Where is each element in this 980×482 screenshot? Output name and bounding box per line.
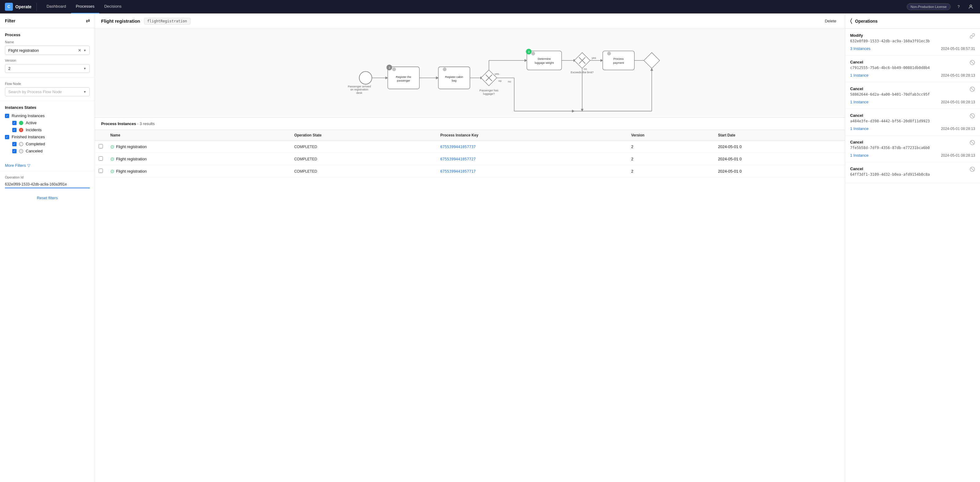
svg-line-58 — [971, 88, 974, 91]
user-button[interactable] — [967, 2, 975, 11]
svg-text:Register cabin: Register cabin — [445, 75, 463, 78]
active-checkbox[interactable]: ✓ — [12, 121, 16, 125]
svg-point-48 — [607, 51, 611, 55]
flow-node-section: Flow Node Search by Process Flow Node ▼ — [0, 78, 95, 101]
op-id-label: Operation Id — [5, 176, 90, 179]
row-version-1: 2 — [627, 153, 714, 165]
op-date-1: 2024-05-01 08:28:13 — [941, 73, 975, 78]
process-section: Process Name Flight registration ✕ ▼ Ver… — [0, 28, 95, 78]
op-type-1: Cancel — [850, 60, 930, 64]
op-instance-link-2[interactable]: 1 Instance — [850, 100, 869, 104]
more-filters-button[interactable]: More Filters ▽ — [0, 160, 95, 171]
op-instance-link-1[interactable]: 1 Instance — [850, 73, 869, 78]
results-count: - 3 results — [137, 121, 155, 126]
incidents-checkbox[interactable]: ✓ — [12, 128, 16, 132]
finished-instances-item: ✓ Finished Instances — [5, 135, 90, 139]
license-badge[interactable]: Non-Production License — [907, 3, 951, 10]
filter-title: Filter — [5, 18, 15, 23]
op-instance-link-0[interactable]: 3 Instances — [850, 46, 871, 51]
filter-header: Filter ⇄ — [0, 13, 95, 28]
row-version-2: 2 — [627, 165, 714, 177]
svg-text:yes: yes — [495, 72, 500, 75]
svg-point-33 — [531, 51, 535, 55]
delete-button[interactable]: Delete — [822, 18, 839, 24]
op-action-icon-3[interactable] — [970, 113, 975, 120]
operations-panel: 〈 Operations Modify 632e0f89-1533-42db-a… — [845, 13, 980, 482]
active-state-item: ✓ Active — [12, 120, 90, 125]
name-dropdown-icon: ▼ — [83, 49, 86, 52]
row-version-0: 2 — [627, 141, 714, 153]
version-value: 2 — [8, 66, 81, 71]
svg-point-15 — [443, 67, 446, 71]
svg-text:yes: yes — [592, 56, 596, 59]
completed-checkbox[interactable]: ✓ — [12, 142, 16, 146]
row-status-icon-2: ⊙ — [110, 168, 114, 174]
op-id-0: 632e0f89-1533-42db-ac9a-160a3f91ec3b — [850, 39, 930, 43]
row-key-link-0[interactable]: 6755399441057737 — [440, 145, 476, 149]
op-type-4: Cancel — [850, 140, 930, 144]
row-key-link-2[interactable]: 6755399441057717 — [440, 169, 476, 174]
canceled-checkbox[interactable]: ✓ — [12, 149, 16, 153]
row-state-1: COMPLETED — [294, 157, 317, 161]
running-checkbox[interactable]: ✓ — [5, 114, 9, 118]
center-content: Flight registration flightRegistration D… — [95, 13, 845, 482]
version-dropdown-icon: ▼ — [83, 67, 86, 70]
svg-text:luggage weight: luggage weight — [535, 61, 554, 64]
svg-point-8 — [392, 67, 396, 71]
op-id-4: 7fe5b58d-7df9-4356-87db-e77231bca6b0 — [850, 146, 930, 150]
help-button[interactable]: ? — [954, 2, 963, 11]
bpmn-diagram: Passenger arrived on registration desk R… — [95, 29, 845, 118]
process-name-select[interactable]: Flight registration ✕ ▼ — [5, 46, 90, 55]
row-checkbox-1[interactable] — [99, 156, 103, 161]
incidents-label: Incidents — [26, 128, 42, 132]
reset-filters-button[interactable]: Reset filters — [0, 193, 95, 203]
op-item-4: Cancel 7fe5b58d-7df9-4356-87db-e77231bca… — [845, 136, 980, 162]
op-instance-link-3[interactable]: 1 Instance — [850, 126, 869, 131]
op-item-1: Cancel c7912555-75a6-4bc6-bb49-00881db0d… — [845, 56, 980, 82]
main-layout: Filter ⇄ Process Name Flight registratio… — [0, 13, 980, 482]
table-header-row: Name Operation State Process Instance Ke… — [95, 130, 845, 141]
tab-processes[interactable]: Processes — [71, 0, 100, 13]
svg-text:Determine: Determine — [538, 57, 551, 61]
table-row: ⊙ Flight registration COMPLETED 67553994… — [95, 141, 845, 153]
svg-text:Passenger has: Passenger has — [479, 89, 498, 92]
svg-text:payment: payment — [613, 61, 624, 64]
op-action-icon-5[interactable] — [970, 166, 975, 174]
row-name-1: Flight registration — [116, 157, 147, 161]
flow-node-label: Flow Node — [5, 82, 90, 86]
op-type-0: Modify — [850, 33, 930, 38]
operation-id-input[interactable] — [5, 181, 90, 188]
tab-dashboard[interactable]: Dashboard — [42, 0, 71, 13]
row-key-link-1[interactable]: 6755399441057727 — [440, 157, 476, 161]
flow-node-select[interactable]: Search by Process Flow Node ▼ — [5, 88, 90, 96]
row-status-icon-1: ⊙ — [110, 156, 114, 162]
ops-title: Operations — [855, 19, 878, 24]
svg-line-62 — [971, 141, 974, 144]
op-action-icon-4[interactable] — [970, 140, 975, 147]
row-checkbox-0[interactable] — [99, 144, 103, 148]
svg-text:desk: desk — [356, 91, 363, 94]
version-select[interactable]: 2 ▼ — [5, 64, 90, 73]
op-action-icon-1[interactable] — [970, 60, 975, 67]
instances-header: Process Instances - 3 results — [95, 118, 845, 130]
row-name-0: Flight registration — [116, 144, 147, 149]
op-instance-link-4[interactable]: 1 Instance — [850, 153, 869, 158]
clear-name-button[interactable]: ✕ — [78, 48, 81, 53]
col-key: Process Instance Key — [436, 130, 627, 141]
row-date-2: 2024-05-01 0 — [714, 165, 845, 177]
op-type-3: Cancel — [850, 113, 930, 118]
col-version: Version — [627, 130, 714, 141]
flow-node-placeholder: Search by Process Flow Node — [8, 89, 81, 94]
svg-text:3: 3 — [388, 66, 390, 69]
row-checkbox-2[interactable] — [99, 169, 103, 173]
process-name-value: Flight registration — [8, 48, 76, 53]
tab-decisions[interactable]: Decisions — [99, 0, 126, 13]
op-action-icon-2[interactable] — [970, 86, 975, 94]
col-date: Start Date — [714, 130, 845, 141]
logo-icon: C — [5, 3, 13, 11]
app-name: Operate — [15, 4, 32, 9]
op-id-1: c7912555-75a6-4bc6-bb49-00881db0d8b4 — [850, 65, 930, 70]
topnav: C Operate Dashboard Processes Decisions … — [0, 0, 980, 13]
op-action-icon-0[interactable] — [970, 33, 975, 40]
finished-checkbox[interactable]: ✓ — [5, 135, 9, 139]
